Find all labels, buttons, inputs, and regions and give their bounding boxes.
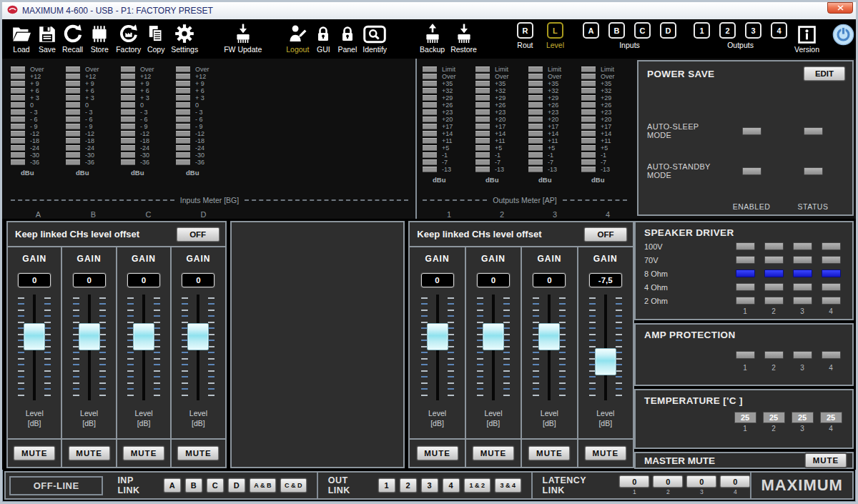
output-select-button[interactable]: 2 xyxy=(719,22,736,39)
driver-4ohm-led[interactable] xyxy=(793,283,812,291)
load-button[interactable]: Load xyxy=(11,22,32,54)
driver-70v-led[interactable] xyxy=(822,256,841,264)
input-mute-a-button[interactable]: MUTE xyxy=(14,446,55,460)
master-mute-button[interactable]: MUTE xyxy=(805,453,847,468)
inp-link-button[interactable]: D xyxy=(228,478,245,493)
driver-2ohm-led[interactable] xyxy=(736,297,755,305)
driver-100v-led[interactable] xyxy=(764,242,784,250)
logout-button[interactable]: Logout xyxy=(286,22,309,54)
power-button[interactable] xyxy=(832,24,854,49)
settings-button[interactable]: Settings xyxy=(171,22,198,54)
input-mute-d-button[interactable]: MUTE xyxy=(177,446,219,460)
fader-handle[interactable] xyxy=(133,323,154,350)
level-fader[interactable] xyxy=(531,293,568,402)
input-select-button[interactable]: A xyxy=(583,22,599,39)
driver-4ohm-led[interactable] xyxy=(736,283,755,291)
driver-2ohm-led[interactable] xyxy=(822,297,841,305)
input-mute-b-button[interactable]: MUTE xyxy=(69,446,110,460)
latency-value[interactable]: 0 xyxy=(619,475,649,488)
identify-button[interactable]: Identify xyxy=(363,22,387,54)
meter-row: +32 xyxy=(581,87,634,94)
driver-4ohm-led[interactable] xyxy=(822,283,841,291)
out-link-button[interactable]: 3 & 4 xyxy=(495,478,521,493)
output-select-button[interactable]: 3 xyxy=(745,22,761,39)
out-link-button[interactable]: 1 & 2 xyxy=(464,478,490,493)
driver-2ohm-led[interactable] xyxy=(764,297,784,305)
panel-lock-button[interactable]: Panel xyxy=(337,22,357,54)
rout-button[interactable]: R xyxy=(517,22,533,39)
fader-handle[interactable] xyxy=(483,323,504,350)
driver-70v-led[interactable] xyxy=(793,256,812,264)
input-select-button[interactable]: C xyxy=(634,22,651,39)
fader-handle[interactable] xyxy=(595,348,616,375)
driver-8ohm-led-active[interactable] xyxy=(764,270,784,277)
driver-4ohm-led[interactable] xyxy=(764,283,784,291)
save-button[interactable]: Save xyxy=(38,22,56,54)
driver-100v-led[interactable] xyxy=(736,242,755,250)
driver-8ohm-led-active[interactable] xyxy=(822,270,841,277)
gain-value[interactable]: 0 xyxy=(18,273,51,287)
gain-value[interactable]: 0 xyxy=(477,273,510,287)
edit-button[interactable]: EDIT xyxy=(804,66,845,81)
inp-link-button[interactable]: C & D xyxy=(280,478,307,493)
out-link-button[interactable]: 2 xyxy=(400,478,417,493)
fader-handle[interactable] xyxy=(538,323,560,350)
inp-link-button[interactable]: B xyxy=(185,478,202,493)
fw-update-button[interactable]: FW Update xyxy=(224,22,262,54)
gain-value[interactable]: 0 xyxy=(182,273,214,287)
level-fader[interactable] xyxy=(179,293,217,402)
gain-value[interactable]: -7,5 xyxy=(589,273,622,287)
input-mute-c-button[interactable]: MUTE xyxy=(123,446,164,460)
restore-button[interactable]: Restore xyxy=(450,22,477,54)
inp-link-button[interactable]: C xyxy=(207,478,224,493)
latency-value[interactable]: 0 xyxy=(720,475,750,488)
out-link-button[interactable]: 3 xyxy=(421,478,438,493)
output-mute-4-button[interactable]: MUTE xyxy=(585,446,626,460)
out-link-button[interactable]: 1 xyxy=(378,478,395,493)
fader-handle[interactable] xyxy=(187,323,209,350)
copy-button[interactable]: Copy xyxy=(147,22,165,54)
fader-handle[interactable] xyxy=(24,323,45,350)
fader-handle[interactable] xyxy=(427,323,448,350)
version-button[interactable]: Version xyxy=(794,22,819,54)
output-mute-1-button[interactable]: MUTE xyxy=(417,446,458,460)
driver-100v-led[interactable] xyxy=(793,242,812,250)
factory-button[interactable]: Factory xyxy=(116,22,141,54)
inp-link-button[interactable]: A & B xyxy=(250,478,276,493)
latency-value[interactable]: 0 xyxy=(686,475,716,488)
gain-value[interactable]: 0 xyxy=(421,273,454,287)
gui-lock-button[interactable]: GUI xyxy=(315,22,332,54)
driver-100v-led[interactable] xyxy=(822,242,841,250)
driver-70v-led[interactable] xyxy=(764,256,784,264)
level-fader[interactable] xyxy=(125,293,162,402)
output-select-button[interactable]: 1 xyxy=(694,22,710,39)
output-select-button[interactable]: 4 xyxy=(771,22,787,39)
level-fader[interactable] xyxy=(419,293,456,402)
output-mute-3-button[interactable]: MUTE xyxy=(528,446,570,460)
input-select-button[interactable]: D xyxy=(660,22,676,39)
latency-value[interactable]: 0 xyxy=(653,475,683,488)
inp-link-button[interactable]: A xyxy=(164,478,181,493)
backup-button[interactable]: Backup xyxy=(420,22,445,54)
gain-value[interactable]: 0 xyxy=(73,273,106,287)
level-fader[interactable] xyxy=(71,293,108,402)
level-fader[interactable] xyxy=(475,293,512,402)
level-button[interactable]: L xyxy=(547,22,563,39)
input-select-button[interactable]: B xyxy=(608,22,625,39)
fader-handle[interactable] xyxy=(79,323,100,350)
driver-2ohm-led[interactable] xyxy=(793,297,812,305)
input-link-offset-toggle[interactable]: OFF xyxy=(177,227,220,242)
level-fader[interactable] xyxy=(16,293,53,402)
level-fader[interactable] xyxy=(587,293,624,402)
output-mute-2-button[interactable]: MUTE xyxy=(473,446,514,460)
close-button[interactable] xyxy=(827,2,853,14)
output-link-offset-toggle[interactable]: OFF xyxy=(584,227,627,242)
recall-button[interactable]: Recall xyxy=(62,22,83,54)
driver-8ohm-led-active[interactable] xyxy=(736,270,755,277)
gain-value[interactable]: 0 xyxy=(533,273,566,287)
out-link-button[interactable]: 4 xyxy=(443,478,460,493)
driver-70v-led[interactable] xyxy=(736,256,755,264)
store-button[interactable]: Store xyxy=(89,22,110,54)
driver-8ohm-led-active[interactable] xyxy=(793,270,812,277)
gain-value[interactable]: 0 xyxy=(127,273,160,287)
